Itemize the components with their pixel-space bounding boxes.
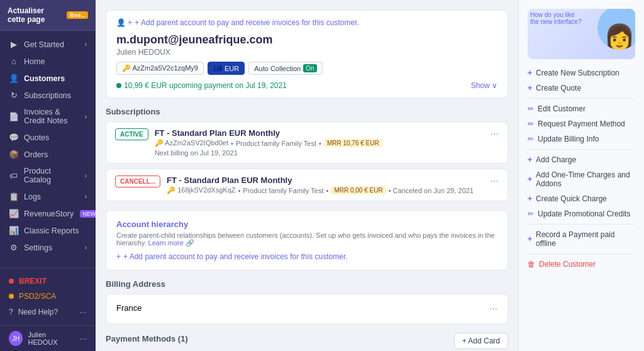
- sidebar-item-label: Subscriptions: [24, 91, 71, 100]
- eur-flag: 🇪🇺: [213, 64, 222, 72]
- get-started-icon: ▶: [9, 40, 19, 49]
- record-payment-action[interactable]: + Record a Payment paid offline: [528, 227, 635, 251]
- home-icon: ⌂: [9, 57, 19, 66]
- help-icon: ?: [9, 308, 13, 316]
- customer-tags: 🔑 AzZm2a5V2c1zqMy9 🇪🇺 EUR Auto Collectio…: [116, 62, 497, 75]
- chevron-icon: ›: [85, 41, 87, 48]
- sidebar-item-settings[interactable]: ⚙ Settings ›: [0, 239, 96, 256]
- need-help-label: Need Help?: [18, 308, 58, 316]
- feedback-link[interactable]: How do you like the new interface?: [530, 11, 585, 25]
- create-quote-action[interactable]: + Create Quote: [528, 81, 635, 96]
- sidebar-item-label: Invoices & Credit Notes: [24, 108, 80, 125]
- show-link[interactable]: Show ∨: [471, 81, 497, 90]
- delete-customer-action[interactable]: 🗑 Delete Customer: [528, 257, 635, 272]
- sidebar-item-label: Get Started: [24, 40, 64, 49]
- sidebar-item-psd2[interactable]: PSD2/SCA: [0, 289, 96, 304]
- sub-meta-1: 🔑 168jkSV2dXsgKqZ • Product family Famil…: [167, 186, 484, 194]
- invoices-icon: 📄: [9, 112, 19, 121]
- edit-customer-action[interactable]: ✏ Edit Customer: [528, 101, 635, 116]
- request-payment-label: Request Payment Method: [538, 120, 625, 128]
- customer-name: Julien HEDOUX: [116, 48, 497, 57]
- sidebar-item-label: Customers: [24, 74, 65, 83]
- user-name: Julien HEDOUX: [28, 331, 74, 346]
- add-parent-hierarchy-text: + Add parent account to pay and receive …: [123, 252, 348, 261]
- sub-id-1: 🔑 168jkSV2dXsgKqZ: [167, 186, 235, 194]
- main-content: 👤 + + Add parent account to pay and rece…: [96, 0, 518, 351]
- add-charge-action[interactable]: + Add Charge: [528, 152, 635, 167]
- sidebar-item-need-help[interactable]: ? Need Help? ···: [0, 304, 96, 320]
- green-dot: [116, 83, 121, 88]
- learn-more-link[interactable]: Learn more: [148, 239, 184, 247]
- user-ellipsis[interactable]: ···: [79, 333, 87, 343]
- payment-methods-header: Payment Methods (1) + Add Card: [106, 333, 508, 349]
- pencil-icon: ✏: [528, 104, 534, 113]
- sub-ellipsis-0[interactable]: ···: [491, 128, 499, 140]
- update-promotional-action[interactable]: ✏ Update Promotional Credits: [528, 206, 635, 221]
- sidebar-item-label: Classic Reports: [24, 226, 79, 235]
- sub-meta-0: 🔑 AzZm2aSV2IQbd0et • Product family Fami…: [155, 139, 484, 147]
- payment-methods-section: Payment Methods (1) + Add Card VISA Visa…: [106, 333, 508, 351]
- sidebar-item-label: Home: [24, 57, 45, 66]
- sidebar-item-quotes[interactable]: 💬 Quotes: [0, 129, 96, 146]
- orders-icon: 📦: [9, 150, 19, 159]
- pencil-icon: ✏: [528, 209, 534, 218]
- add-parent-hierarchy-link[interactable]: + + Add parent account to pay and receiv…: [116, 252, 497, 261]
- sidebar-nav: ▶ Get Started › ⌂ Home 👤 Customers ↻ Sub…: [0, 31, 96, 268]
- update-billing-label: Update Billing Info: [538, 135, 599, 143]
- chevron-icon: ›: [85, 113, 87, 120]
- mrr-badge-0: MRR 10,76 € EUR: [324, 139, 382, 147]
- request-payment-action[interactable]: ✏ Request Payment Method: [528, 116, 635, 131]
- sidebar-item-home[interactable]: ⌂ Home: [0, 53, 96, 70]
- sub-status-active: ACTIVE: [115, 128, 148, 140]
- sidebar-item-orders[interactable]: 📦 Orders: [0, 146, 96, 163]
- create-quick-charge-action[interactable]: + Create Quick Charge: [528, 191, 635, 206]
- sidebar-item-revenue-story[interactable]: 📈 RevenueStory NEW ›: [0, 205, 96, 222]
- sidebar-item-subscriptions[interactable]: ↻ Subscriptions: [0, 87, 96, 104]
- sidebar-item-logs[interactable]: 📋 Logs ›: [0, 188, 96, 205]
- sidebar-item-label: Quotes: [24, 133, 49, 142]
- auto-on-badge: On: [303, 64, 316, 72]
- sidebar-item-get-started[interactable]: ▶ Get Started ›: [0, 36, 96, 53]
- plus-icon: +: [528, 175, 532, 184]
- update-billing-action[interactable]: ✏ Update Billing Info: [528, 131, 635, 147]
- sidebar-item-brexit[interactable]: BREXIT: [0, 274, 96, 289]
- customer-email: m.dupont@jeuneafrique.com: [116, 33, 497, 47]
- subscription-row-1: CANCELL... FT - Standard Plan EUR Monthl…: [106, 169, 508, 201]
- psd2-label: PSD2/SCA: [19, 292, 56, 301]
- subscriptions-title: Subscriptions: [106, 107, 508, 116]
- add-parent-account-link[interactable]: 👤 + + Add parent account to pay and rece…: [116, 18, 497, 27]
- sidebar-user[interactable]: JH Julien HEDOUX ···: [0, 325, 96, 351]
- sidebar-item-invoices[interactable]: 📄 Invoices & Credit Notes ›: [0, 104, 96, 129]
- sidebar-footer: BREXIT PSD2/SCA ? Need Help? ···: [0, 268, 96, 325]
- billing-address-section: Billing Address France ···: [106, 279, 508, 324]
- billing-ellipsis[interactable]: ···: [489, 303, 497, 315]
- sidebar-item-classic-reports[interactable]: 📊 Classic Reports: [0, 222, 96, 239]
- customers-icon: 👤: [9, 74, 19, 83]
- sub-info-0: FT - Standard Plan EUR Monthly 🔑 AzZm2aS…: [155, 128, 484, 157]
- update-badge: ibse...: [67, 11, 88, 19]
- sub-title-1: FT - Standard Plan EUR Monthly: [167, 176, 484, 185]
- new-badge: NEW: [80, 210, 96, 218]
- billing-address-title: Billing Address: [106, 279, 508, 289]
- chevron-icon: ›: [85, 244, 87, 251]
- auto-label: Auto Collection: [254, 65, 301, 72]
- need-help-ellipsis[interactable]: ···: [79, 307, 87, 317]
- sidebar-item-product-catalog[interactable]: 🏷 Product Catalog ›: [0, 163, 96, 188]
- sidebar: Actualiser cette page ibse... ▶ Get Star…: [0, 0, 96, 351]
- sub-next-0: Next billing on Jul 19, 2021: [155, 149, 484, 157]
- sub-id-0: 🔑 AzZm2aSV2IQbd0et: [155, 139, 228, 147]
- sub-next-1: • Canceled on Jun 29, 2021: [389, 187, 474, 194]
- divider: [528, 149, 635, 150]
- payment-methods-title: Payment Methods (1): [106, 334, 188, 343]
- add-one-time-action[interactable]: + Add One-Time Charges and Addons: [528, 167, 635, 191]
- brexit-dot: [9, 279, 14, 284]
- sub-family-0: Product family Family Test: [236, 140, 316, 147]
- create-subscription-action[interactable]: + Create New Subscription: [528, 65, 635, 81]
- sidebar-header[interactable]: Actualiser cette page ibse...: [0, 0, 96, 31]
- eur-label: EUR: [225, 65, 239, 72]
- sidebar-item-customers[interactable]: 👤 Customers: [0, 70, 96, 87]
- add-card-button[interactable]: + Add Card: [454, 333, 508, 349]
- divider: [528, 98, 635, 99]
- sub-ellipsis-1[interactable]: ···: [491, 176, 499, 187]
- trash-icon: 🗑: [528, 260, 535, 269]
